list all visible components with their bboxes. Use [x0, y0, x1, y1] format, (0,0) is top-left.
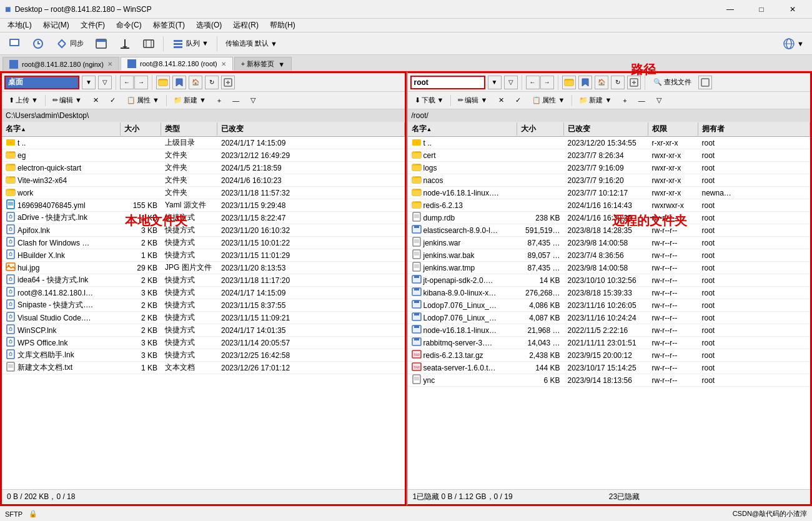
right-file-row[interactable]: TAR redis-6.2.13.tar.gz 2,438 KB 2023/9/…	[408, 349, 811, 362]
left-check-btn[interactable]: ✓	[106, 94, 120, 107]
right-file-row[interactable]: cert 2023/7/7 8:26:34 rwxr-xr-x root	[408, 149, 811, 162]
left-col-modified[interactable]: 已改变	[217, 122, 405, 136]
left-file-list[interactable]: ↑ t .. 上级目录 2024/1/17 14:15:09 eg 文件夹 20…	[2, 137, 405, 489]
menu-command[interactable]: 命令(C)	[111, 19, 147, 32]
right-file-row[interactable]: jenkins.war 87,435 … 2023/9/8 14:00:58 r…	[408, 237, 811, 249]
right-delete-btn[interactable]: ✕	[494, 94, 508, 107]
right-col-modified[interactable]: 已改变	[564, 122, 648, 136]
menu-file[interactable]: 文件(F)	[76, 19, 110, 32]
right-minus-btn[interactable]: —	[634, 94, 650, 107]
left-file-row[interactable]: work 文件夹 2023/11/18 11:57:32	[2, 187, 405, 199]
left-file-row[interactable]: HBuilder X.lnk 1 KB 快捷方式 2023/11/15 11:0…	[2, 249, 405, 262]
left-file-row[interactable]: eg 文件夹 2023/12/12 16:49:29	[2, 149, 405, 162]
toolbar-btn-5[interactable]	[138, 35, 159, 52]
left-upload-btn[interactable]: ⬆ 上传 ▼	[4, 94, 42, 107]
left-file-row[interactable]: root@8.141.82.180.l… 3 KB 快捷方式 2024/1/17…	[2, 287, 405, 299]
right-file-row[interactable]: elasticsearch-8.9.0-l… 591,519… 2023/8/1…	[408, 224, 811, 237]
left-col-type[interactable]: 类型	[161, 122, 217, 136]
left-browse-btn[interactable]	[156, 76, 170, 89]
toolbar-btn-2[interactable]	[27, 35, 49, 52]
left-file-row[interactable]: WinSCP.lnk 2 KB 快捷方式 2024/1/17 14:01:35	[2, 324, 405, 337]
right-file-row[interactable]: ync 6 KB 2023/9/14 18:13:56 rw-r--r-- ro…	[408, 374, 811, 387]
right-file-row[interactable]: redis-6.2.13 2024/1/16 16:14:43 rwxrwxr-…	[408, 199, 811, 212]
left-home-btn[interactable]: 🏠	[189, 76, 202, 89]
right-check-btn[interactable]: ✓	[511, 94, 525, 107]
left-new-tab-btn[interactable]	[221, 76, 235, 89]
left-path-input[interactable]	[4, 76, 79, 89]
toolbar-transfer[interactable]: 传输选项 默认 ▼	[221, 35, 282, 52]
right-new-tab-btn[interactable]	[627, 76, 641, 89]
left-path-dropdown[interactable]: ▼	[82, 76, 96, 89]
left-file-row[interactable]: 1696984076845.yml 155 KB Yaml 源文件 2023/1…	[2, 199, 405, 212]
left-props-btn[interactable]: 📋 属性 ▼	[122, 94, 164, 107]
tab-root[interactable]: root@8.141.82.180 (root) ✕	[121, 57, 233, 71]
toolbar-globe[interactable]: ▼	[778, 35, 808, 52]
menu-help[interactable]: 帮助(H)	[265, 19, 300, 32]
menu-option[interactable]: 选项(O)	[191, 19, 227, 32]
toolbar-btn-3[interactable]	[91, 35, 112, 52]
tab-close-1[interactable]: ✕	[107, 61, 112, 67]
right-file-row[interactable]: kibana-8.9.0-linux-x… 276,268… 2023/8/18…	[408, 287, 811, 299]
tab-close-2[interactable]: ✕	[221, 61, 226, 67]
right-file-row[interactable]: jenkins.war.tmp 87,435 … 2023/9/8 14:00:…	[408, 262, 811, 274]
left-file-row[interactable]: aDrive - 快捷方式.lnk 1 KB 快捷方式 2023/11/15 8…	[2, 212, 405, 224]
right-file-row[interactable]: nacos 2023/7/7 9:16:20 rwxr-xr-x root	[408, 174, 811, 187]
right-file-row[interactable]: ↑ t .. 2023/12/20 15:34:55 r-xr-xr-x roo…	[408, 137, 811, 149]
left-filter-btn[interactable]: ▽	[246, 94, 260, 107]
left-refresh-btn[interactable]: ↻	[205, 76, 219, 89]
close-button[interactable]: ✕	[778, 0, 807, 19]
left-nav-forward[interactable]: →	[134, 76, 148, 89]
right-file-row[interactable]: Lodop7.076_Linux_… 4,086 KB 2023/11/16 1…	[408, 299, 811, 312]
right-file-row[interactable]: rabbitmq-server-3…. 14,043 … 2021/11/11 …	[408, 337, 811, 349]
right-file-row[interactable]: jenkins.war.bak 89,057 … 2023/7/4 8:36:5…	[408, 249, 811, 262]
menu-mark[interactable]: 标记(M)	[38, 19, 74, 32]
menu-local[interactable]: 本地(L)	[2, 19, 37, 32]
right-col-name[interactable]: 名字 ▲	[408, 122, 517, 136]
left-file-row[interactable]: 文库文档助手.lnk 3 KB 快捷方式 2023/12/25 16:42:58	[2, 349, 405, 362]
right-download-btn[interactable]: ⬇ 下载 ▼	[410, 94, 448, 107]
toolbar-queue[interactable]: 队列 ▼	[167, 35, 213, 52]
left-file-row[interactable]: Apifox.lnk 3 KB 快捷方式 2023/11/20 16:10:32	[2, 224, 405, 237]
left-edit-btn[interactable]: ✏ 编辑 ▼	[48, 94, 86, 107]
maximize-button[interactable]: □	[747, 0, 776, 19]
left-file-row[interactable]: Visual Studio Code…. 2 KB 快捷方式 2023/11/1…	[2, 312, 405, 324]
toolbar-btn-1[interactable]	[4, 35, 25, 52]
left-file-row[interactable]: electron-quick-start 文件夹 2024/1/5 21:18:…	[2, 162, 405, 174]
right-file-row[interactable]: node-v16.18.1-linux…. 2023/7/7 10:12:17 …	[408, 187, 811, 199]
left-file-row[interactable]: ↑ t .. 上级目录 2024/1/17 14:15:09	[2, 137, 405, 149]
toolbar-btn-4[interactable]	[114, 35, 136, 52]
right-col-owner[interactable]: 拥有者	[698, 122, 811, 136]
left-new-btn[interactable]: 📁 新建 ▼	[169, 94, 210, 107]
right-nav-forward[interactable]: →	[540, 76, 554, 89]
left-nav-back[interactable]: ←	[120, 76, 134, 89]
right-file-row[interactable]: jt-openapi-sdk-2.0…. 14 KB 2023/10/10 10…	[408, 274, 811, 287]
right-file-row[interactable]: logs 2023/7/7 9:16:09 rwxr-xr-x root	[408, 162, 811, 174]
left-plus-btn[interactable]: +	[213, 94, 225, 107]
left-file-row[interactable]: idea64 - 快捷方式.lnk 2 KB 快捷方式 2023/11/18 1…	[2, 274, 405, 287]
left-bookmark-btn[interactable]	[172, 76, 186, 89]
right-home-btn[interactable]: 🏠	[595, 76, 608, 89]
right-props-btn[interactable]: 📋 属性 ▼	[528, 94, 569, 107]
right-path-input[interactable]	[410, 76, 485, 89]
right-file-row[interactable]: node-v16.18.1-linux… 21,968 … 2022/11/5 …	[408, 324, 811, 337]
left-file-row[interactable]: WPS Office.lnk 3 KB 快捷方式 2023/11/14 20:0…	[2, 337, 405, 349]
menu-tab[interactable]: 标签页(T)	[148, 19, 190, 32]
left-file-row[interactable]: Snipaste - 快捷方式…. 2 KB 快捷方式 2023/11/15 8…	[2, 299, 405, 312]
right-refresh-btn[interactable]: ↻	[611, 76, 625, 89]
left-col-size[interactable]: 大小	[121, 122, 161, 136]
right-bookmark-btn[interactable]	[578, 76, 592, 89]
right-find-btn-2[interactable]	[698, 76, 712, 89]
right-file-row[interactable]: Lodop7.076_Linux_… 4,087 KB 2023/11/16 1…	[408, 312, 811, 324]
right-plus-btn[interactable]: +	[618, 94, 631, 107]
left-file-row[interactable]: hui.jpg 29 KB JPG 图片文件 2023/11/20 8:13:5…	[2, 262, 405, 274]
tab-nginx[interactable]: root@8.141.82.180 (nginx) ✕	[2, 57, 119, 71]
right-nav-back[interactable]: ←	[526, 76, 540, 89]
right-col-perm[interactable]: 权限	[648, 122, 698, 136]
left-file-row[interactable]: Vite-win32-x64 文件夹 2024/1/6 16:10:23	[2, 174, 405, 187]
right-col-size[interactable]: 大小	[517, 122, 564, 136]
left-path-filter[interactable]: ▽	[98, 76, 112, 89]
right-find-files[interactable]: 🔍 查找文件	[649, 76, 696, 89]
right-filter-btn[interactable]: ▽	[652, 94, 666, 107]
right-browse-btn[interactable]	[562, 76, 576, 89]
left-file-row[interactable]: 新建文本文档.txt 1 KB 文本文档 2023/12/26 17:01:12	[2, 362, 405, 374]
